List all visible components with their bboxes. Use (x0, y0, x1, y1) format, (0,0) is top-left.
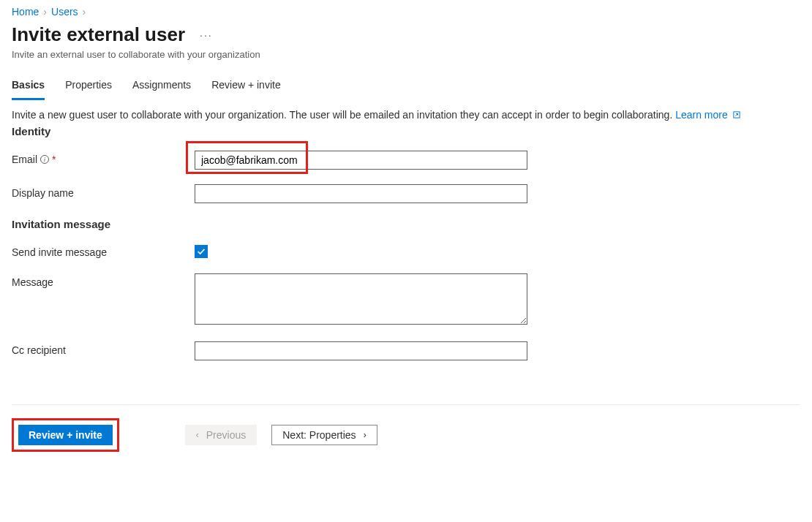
tab-basics[interactable]: Basics (12, 75, 45, 100)
breadcrumb-users[interactable]: Users (51, 6, 78, 18)
section-invitation: Invitation message (12, 218, 800, 230)
send-invite-checkbox[interactable] (195, 245, 208, 258)
display-name-field[interactable] (195, 184, 527, 203)
previous-button: ‹ Previous (185, 425, 257, 445)
required-indicator: * (52, 154, 56, 165)
tab-properties[interactable]: Properties (65, 75, 112, 100)
page-title: Invite external user (12, 23, 185, 46)
learn-more-link[interactable]: Learn more (675, 109, 740, 121)
breadcrumb-home[interactable]: Home (12, 6, 39, 18)
chevron-right-icon: › (83, 6, 86, 18)
info-icon[interactable]: i (40, 155, 49, 164)
check-icon (196, 246, 206, 257)
review-invite-button[interactable]: Review + invite (18, 425, 113, 445)
section-identity: Identity (12, 125, 800, 137)
chevron-left-icon: ‹ (196, 430, 199, 440)
tab-assignments[interactable]: Assignments (132, 75, 191, 100)
description: Invite a new guest user to collaborate w… (12, 109, 800, 121)
more-actions-icon[interactable]: ··· (197, 26, 216, 44)
next-button[interactable]: Next: Properties › (271, 425, 377, 445)
chevron-right-icon: › (364, 430, 366, 440)
breadcrumb: Home › Users › (12, 6, 800, 18)
message-field[interactable] (195, 273, 527, 325)
highlight-box: Review + invite (12, 418, 119, 452)
send-invite-label: Send invite message (12, 243, 195, 258)
email-label: Email i * (12, 151, 195, 165)
page-subtitle: Invite an external user to collaborate w… (12, 49, 800, 60)
footer: Review + invite ‹ Previous Next: Propert… (12, 404, 800, 452)
tab-review[interactable]: Review + invite (211, 75, 281, 100)
external-link-icon (732, 110, 741, 119)
message-label: Message (12, 273, 195, 288)
email-field[interactable] (195, 151, 527, 170)
tabs: Basics Properties Assignments Review + i… (12, 75, 800, 100)
chevron-right-icon: › (43, 6, 47, 18)
cc-label: Cc recipient (12, 341, 195, 356)
cc-recipient-field[interactable] (195, 341, 527, 360)
display-name-label: Display name (12, 184, 195, 199)
